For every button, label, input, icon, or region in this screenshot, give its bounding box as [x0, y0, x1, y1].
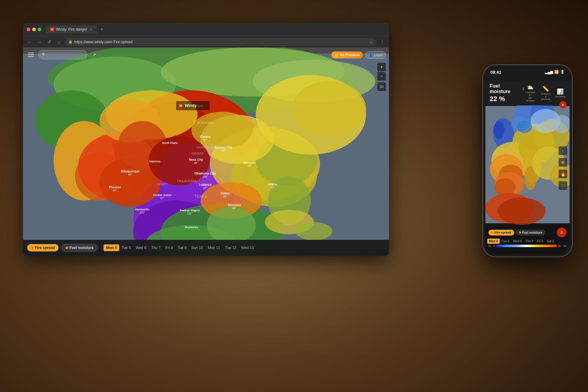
phone-timeline: Mon 4 Tue 5 Wed 6 Thu 7 Fri 8 Sat 9 [485, 239, 570, 244]
svg-text:Alamosa: Alamosa [149, 160, 161, 163]
svg-text:100°: 100° [202, 175, 208, 178]
phone-layer-buttons: Fire spread Fuel moisture ≡ [485, 225, 570, 239]
home-button[interactable]: ⌂ [55, 38, 63, 46]
fire-spread-button[interactable]: Fire spread [27, 244, 58, 251]
zoom-out-button[interactable]: − [377, 72, 386, 81]
phone-map-svg [485, 104, 570, 225]
phone-title-area: Fuel moisture ℹ [490, 83, 524, 94]
lock-icon: 🔒 [68, 40, 73, 44]
phone-day-fri8[interactable]: Fri 8 [535, 239, 545, 244]
maximize-traffic-light[interactable] [38, 28, 41, 31]
svg-text:Phoenix: Phoenix [109, 186, 121, 189]
extensions-button[interactable]: ⋮ [379, 38, 386, 46]
phone-day-thu7[interactable]: Thu 7 [524, 239, 535, 244]
svg-text:NEBRASKA: NEBRASKA [197, 121, 214, 125]
login-button[interactable]: 👤 Login [365, 51, 386, 59]
phone-status-bar: 09:41 ▂▄▆ 📶 🔋 [485, 67, 570, 81]
phone-time: 09:41 [490, 70, 501, 75]
svg-point-89 [497, 198, 545, 225]
svg-text:95°: 95° [113, 189, 117, 192]
zoom-in-button[interactable]: + [377, 63, 386, 71]
forward-button[interactable]: → [36, 38, 43, 46]
phone-action-buttons: ⛅ Forecast forthis location 📏 Distance &… [524, 84, 565, 102]
phone-home-icon[interactable]: ⌂ [559, 146, 567, 155]
phone-menu-button[interactable]: ≡ [557, 228, 567, 237]
phone-flame-icon[interactable]: 🔥 [559, 170, 567, 178]
phone-map[interactable] [485, 104, 570, 225]
phone-day-tue5[interactable]: Tue 5 [500, 239, 511, 244]
svg-point-21 [292, 81, 366, 136]
phone-scale-end: 40 [564, 244, 567, 247]
svg-text:Piedras Negras: Piedras Negras [180, 209, 200, 212]
address-box[interactable]: 🔒 https://www.windy.com/-Fire-spread ☆ [65, 38, 376, 46]
timeline-day-sat9[interactable]: Sat 9 [175, 244, 189, 251]
refresh-button[interactable]: ↺ [46, 38, 53, 46]
svg-text:100°: 100° [140, 211, 145, 214]
forecast-button[interactable]: ⛅ Forecast forthis location [524, 84, 536, 102]
phone-day-wed6[interactable]: Wed 6 [511, 239, 524, 244]
phone-scale-unit: % [488, 244, 491, 247]
timeline-day-tue12[interactable]: Tue 12 [223, 244, 239, 251]
timeline-day-wed13[interactable]: Wed 13 [239, 244, 256, 251]
location-search-input[interactable] [48, 53, 82, 57]
battery-icon: 🔋 [560, 70, 565, 74]
timeline-day-tue5[interactable]: Tue 5 [119, 244, 133, 251]
phone-close-button[interactable]: × [559, 101, 567, 108]
phone-zoom-icon[interactable]: ⊕ [559, 158, 567, 167]
browser-tab-active[interactable]: W Windy: Fire danger × [46, 25, 97, 33]
timeline-day-wed6[interactable]: Wed 6 [133, 244, 149, 251]
premium-button[interactable]: 👑 Go Premium [331, 51, 363, 58]
svg-text:95°: 95° [221, 149, 226, 152]
address-bar-row: ← → ↺ ⌂ 🔒 https://www.windy.com/-Fire-sp… [23, 36, 389, 47]
svg-text:89°: 89° [232, 207, 236, 210]
svg-point-34 [296, 222, 332, 240]
tab-favicon: W [50, 27, 54, 32]
map-content[interactable]: Omaha 93° Kansas City 95° Oklahoma City … [23, 47, 389, 256]
tab-title: Windy: Fire danger [56, 27, 87, 32]
phone-heart-icon[interactable]: ♡ [559, 181, 567, 190]
zoom-controls: + − 3D [377, 63, 386, 91]
tab-close-button[interactable]: × [89, 27, 93, 32]
svg-text:Oklahoma City: Oklahoma City [194, 172, 216, 175]
location-search-box[interactable]: 🔍 [38, 50, 87, 59]
fuel-moisture-button[interactable]: Fuel moisture [62, 244, 98, 252]
timeline-day-mon4[interactable]: Mon 4 [104, 244, 119, 251]
back-button[interactable]: ← [26, 38, 33, 46]
minimize-traffic-light[interactable] [32, 28, 36, 31]
three-d-button[interactable]: 3D [377, 82, 386, 91]
phone-fuel-label: Fuel moisture [522, 231, 542, 234]
phone-title: Fuel moisture [490, 83, 521, 94]
fuel-moisture-label: Fuel moisture [70, 246, 94, 250]
browser-chrome: W Windy: Fire danger × + [23, 23, 389, 36]
timeline-day-sun10[interactable]: Sun 10 [189, 244, 205, 251]
svg-text:98°: 98° [203, 187, 207, 190]
share-button[interactable]: ↗ [90, 50, 99, 59]
search-icon: 🔍 [42, 53, 46, 57]
phone-scale-gradient [496, 245, 557, 247]
timeline-day-mon11[interactable]: Mon 11 [205, 244, 223, 251]
distance-button[interactable]: 📏 Distance &planning [540, 85, 552, 101]
phone-day-mon4[interactable]: Mon 4 [487, 239, 500, 244]
svg-text:OKLAHOMA: OKLAHOMA [177, 179, 197, 183]
phone-scale-start: 0 [493, 244, 495, 247]
svg-text:TEXAS: TEXAS [194, 194, 207, 198]
timeline-day-thu7[interactable]: Thu 7 [149, 244, 163, 251]
login-label: Login [374, 53, 383, 57]
close-traffic-light[interactable] [27, 28, 30, 31]
svg-text:93°: 93° [203, 138, 207, 141]
phone-day-sat9[interactable]: Sat 9 [545, 239, 556, 244]
phone-fire-spread-button[interactable]: Fire spread [488, 230, 514, 236]
hamburger-menu[interactable] [26, 50, 36, 60]
new-tab-button[interactable]: + [98, 26, 105, 33]
fire-spread-dot [31, 247, 33, 249]
timeline-day-fri8[interactable]: Fri 8 [163, 244, 175, 251]
phone-fire-label: Fire spread [495, 231, 511, 234]
phone-fuel-moisture-button[interactable]: Fuel moisture [516, 230, 545, 236]
svg-point-32 [207, 207, 256, 243]
windy-toolbar: 🔍 ↗ 👑 Go Premium 👤 Login [23, 50, 389, 60]
sounding-button[interactable]: 📊 Sounding [555, 88, 565, 98]
bookmark-icon[interactable]: ☆ [369, 40, 373, 44]
svg-text:.com: .com [196, 104, 203, 107]
svg-text:KANSAS: KANSAS [191, 152, 204, 155]
fire-spread-label: Fire spread [35, 246, 55, 250]
